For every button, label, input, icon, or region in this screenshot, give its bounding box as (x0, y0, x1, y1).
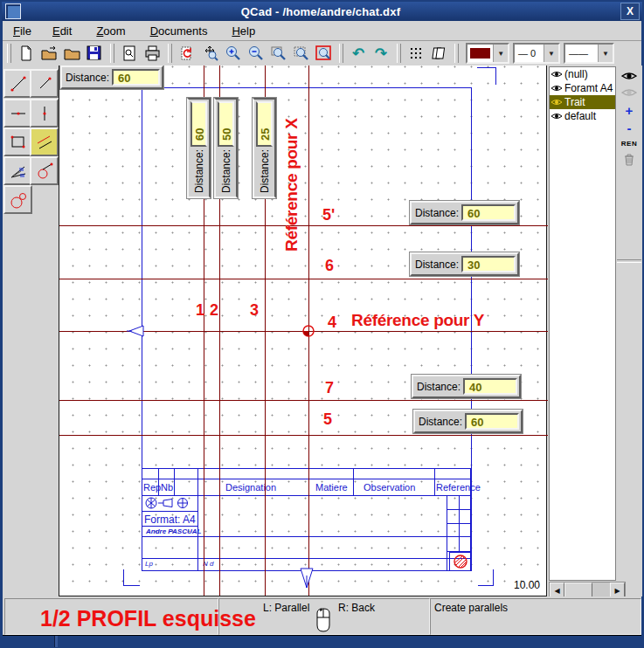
drawing-canvas[interactable]: Rep Nb Designation Matiere Observation R… (59, 65, 548, 596)
eye-icon[interactable] (551, 70, 563, 79)
toolbar-grip[interactable] (397, 44, 401, 63)
open-file-button[interactable] (38, 42, 60, 65)
title-block-header-matiere: Matiere (315, 482, 348, 493)
statusbar: 1/2 PROFIL esquisse L: Parallel R: Back … (3, 596, 641, 635)
menu-edit[interactable]: Edit (47, 23, 77, 39)
tool-parallel-lines[interactable] (30, 128, 59, 156)
undo-button[interactable]: ↶ (347, 42, 370, 65)
distance-label: Distance: (415, 416, 465, 428)
add-layer-button[interactable]: + (619, 102, 640, 118)
pan-zoom-button[interactable] (198, 42, 221, 65)
distance-input[interactable]: 50 (218, 101, 234, 147)
eye-icon (621, 71, 637, 81)
window-bottom-border (3, 635, 641, 647)
zoom-in-button[interactable] (221, 42, 244, 65)
distance-box-right-1: Distance:60 (410, 201, 519, 224)
toolbar-grip[interactable] (168, 44, 172, 63)
title-block-line (142, 526, 197, 527)
zoom-window-button[interactable] (267, 42, 289, 65)
title-block-header-rep: Rep (143, 482, 161, 493)
new-file-button[interactable] (15, 42, 38, 65)
toolbar-grip[interactable] (7, 44, 11, 63)
distance-box-vertical-2: Distance:50 (214, 98, 238, 198)
color-select[interactable]: ▼ (466, 43, 509, 64)
title-block-mark1: Lp (145, 560, 153, 568)
remove-layer-button[interactable]: - (619, 120, 640, 135)
title-block-format: Format: A4 (144, 514, 196, 526)
layer-name: Trait (564, 96, 585, 108)
tool-circle-tangent[interactable] (30, 156, 59, 185)
distance-input[interactable]: 60 (112, 69, 160, 86)
eye-icon[interactable] (551, 84, 563, 93)
tool-vertical-line[interactable] (30, 99, 59, 128)
eye-icon[interactable] (551, 112, 563, 121)
show-all-layers-button[interactable] (619, 68, 640, 84)
layer-row-default[interactable]: default (550, 109, 615, 123)
construction-line-h-6 (59, 279, 548, 279)
menu-help[interactable]: Help (226, 23, 260, 39)
tool-horizontal-line[interactable] (3, 99, 32, 128)
line-style-select[interactable]: ——▼ (564, 43, 614, 64)
open-folder-button[interactable] (60, 42, 83, 65)
window-menu-icon[interactable] (5, 3, 21, 19)
line-width-select[interactable]: — 0▼ (513, 43, 560, 64)
toolbar-grip[interactable] (454, 44, 459, 63)
menu-zoom[interactable]: Zoom (91, 23, 130, 39)
mouse-right-hint: R: Back (338, 602, 375, 614)
layer-list-button[interactable] (427, 42, 450, 65)
reference-x-arrow-icon (298, 567, 315, 593)
distance-box-right-3: Distance:40 (412, 375, 521, 398)
title-block-header-observation: Observation (364, 482, 415, 493)
redo-button[interactable]: ↷ (370, 42, 392, 65)
layer-row-trait-selected[interactable]: Trait (550, 95, 615, 109)
chevron-down-icon: ▼ (544, 45, 558, 62)
distance-label: Distance: (412, 207, 461, 219)
title-block-line (142, 558, 471, 559)
title-block-line (197, 468, 198, 571)
tool-line-2points[interactable] (3, 69, 32, 98)
zoom-previous-button[interactable] (312, 42, 335, 65)
tool-rectangle[interactable] (3, 128, 32, 156)
layer-row-null[interactable]: (null) (550, 67, 615, 81)
mouse-icon (313, 608, 334, 638)
label-4: 4 (328, 314, 336, 332)
tool-line-angle[interactable] (30, 69, 59, 98)
toolbar-grip[interactable] (339, 44, 343, 63)
eye-closed-icon (621, 87, 637, 98)
label-1: 1 (196, 301, 204, 320)
close-button[interactable]: X (620, 3, 640, 20)
print-preview-button[interactable] (118, 42, 141, 65)
redraw-button[interactable] (176, 42, 198, 65)
titlebar: QCad - /home/andre/chat.dxf X (2, 2, 642, 21)
distance-input[interactable]: 30 (461, 256, 516, 272)
action-hint: Create parallels (434, 602, 508, 614)
tool-bisector[interactable] (3, 156, 32, 185)
sheet-corner-mark-topright (477, 67, 496, 85)
delete-layer-button[interactable] (619, 151, 640, 167)
grid-toggle-button[interactable] (405, 42, 427, 65)
title-block-header-designation: Designation (225, 482, 276, 493)
sheet-frame-top (142, 87, 472, 88)
construction-line-h-5 (59, 435, 548, 436)
zoom-out-button[interactable] (244, 42, 267, 65)
save-button[interactable] (83, 42, 106, 65)
distance-input[interactable]: 25 (256, 101, 273, 147)
distance-input[interactable]: 40 (463, 378, 517, 395)
panel-separator (617, 259, 641, 263)
tool-two-circles[interactable] (3, 185, 32, 214)
reference-y-arrow-icon (126, 323, 145, 342)
distance-input[interactable]: 60 (461, 204, 516, 221)
eye-icon[interactable] (551, 98, 563, 107)
layer-row-format[interactable]: Foramt A4 (550, 81, 615, 95)
distance-input[interactable]: 60 (190, 101, 207, 147)
reference-origin-marker (301, 324, 315, 341)
rename-layer-button[interactable]: REN (619, 135, 640, 151)
menu-documents[interactable]: Documents (145, 23, 213, 39)
title-block-header-reference: Reference (436, 482, 481, 493)
toolbar-grip[interactable] (110, 44, 114, 63)
menu-file[interactable]: File (8, 23, 37, 39)
zoom-auto-button[interactable] (289, 42, 312, 65)
print-button[interactable] (141, 42, 163, 65)
hide-all-layers-button[interactable] (619, 85, 640, 100)
distance-input[interactable]: 60 (465, 413, 519, 430)
